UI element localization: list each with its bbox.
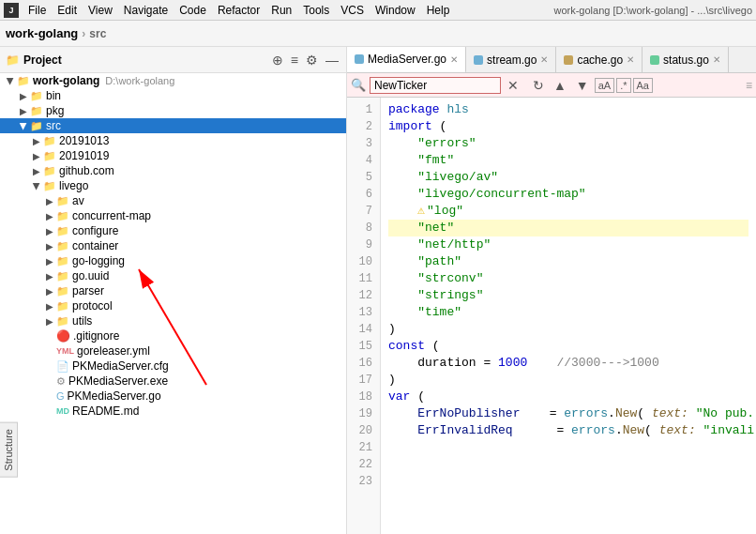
sidebar-close-btn[interactable]: — (324, 51, 340, 69)
search-case-btn[interactable]: Aa (633, 78, 653, 93)
sidebar-title: Project (23, 53, 266, 67)
tree-arrow-concurrent-map: ▶ (43, 211, 56, 221)
code-line-15: ) (388, 321, 748, 338)
menu-window[interactable]: Window (370, 2, 421, 19)
line-num-7: 7 (351, 203, 372, 220)
tab-status[interactable]: status.go ✕ (643, 47, 729, 73)
tab-stream[interactable]: stream.go ✕ (466, 47, 556, 73)
menu-edit[interactable]: Edit (52, 2, 83, 19)
tree-item-configure[interactable]: ▶ 📁 configure (0, 223, 346, 238)
tree-item-20191019[interactable]: ▶ 📁 20191019 (0, 148, 346, 163)
line-num-2: 2 (351, 118, 372, 135)
tab-close-stream[interactable]: ✕ (540, 54, 548, 65)
tree-item-parser[interactable]: ▶ 📁 parser (0, 283, 346, 298)
menu-file[interactable]: File (23, 2, 52, 19)
tree-root[interactable]: ▶ 📁 work-golang D:\work-golang (0, 73, 346, 88)
code-content[interactable]: package hls import ( "errors" "fmt" "liv… (381, 98, 756, 534)
tree-label-concurrent-map: concurrent-map (72, 209, 151, 222)
menu-navigate[interactable]: Navigate (118, 2, 174, 19)
tab-label-mediaserver: MediaServer.go (368, 53, 446, 66)
tree-item-utils[interactable]: ▶ 📁 utils (0, 313, 346, 328)
tree-item-pkmediaserver-cfg[interactable]: 📄 PKMediaServer.cfg (0, 359, 346, 374)
menu-view[interactable]: View (83, 2, 118, 19)
search-word-btn[interactable]: aA (595, 78, 614, 93)
tab-close-cache[interactable]: ✕ (627, 54, 634, 65)
code-line-12: "strconv" (388, 270, 748, 287)
tree-item-protocol[interactable]: ▶ 📁 protocol (0, 298, 346, 313)
folder-icon-protocol: 📁 (56, 300, 69, 313)
line-num-1: 1 (351, 101, 372, 118)
line-num-23: 23 (351, 473, 372, 490)
tree-label-20191013: 20191013 (59, 134, 109, 147)
search-regex-btn[interactable]: .* (616, 78, 630, 93)
code-line-8: ⚠"log" (388, 203, 748, 220)
exe-icon: ⚙ (56, 375, 66, 388)
tree-item-concurrent-map[interactable]: ▶ 📁 concurrent-map (0, 208, 346, 223)
tree-item-container[interactable]: ▶ 📁 container (0, 238, 346, 253)
editor-wrapper: 1 2 3 4 5 6 7 8 9 10 11 12 13 14 15 16 1 (347, 98, 756, 534)
tab-icon-mediaserver (355, 54, 364, 64)
menu-vcs[interactable]: VCS (335, 2, 370, 19)
line-num-9: 9 (351, 236, 372, 253)
line-num-18: 18 (351, 389, 372, 405)
tree-item-readme[interactable]: MD README.md (0, 404, 346, 419)
tree-item-github[interactable]: ▶ 📁 github.com (0, 163, 346, 178)
line-numbers: 1 2 3 4 5 6 7 8 9 10 11 12 13 14 15 16 1 (347, 98, 381, 534)
menu-refactor[interactable]: Refactor (212, 2, 265, 19)
tab-mediaserver[interactable]: MediaServer.go ✕ (347, 47, 466, 73)
search-close-btn[interactable]: ✕ (505, 77, 522, 94)
tree-item-bin[interactable]: ▶ 📁 bin (0, 88, 346, 103)
tree-item-gitignore[interactable]: 🔴 .gitignore (0, 328, 346, 343)
tree-item-20191013[interactable]: ▶ 📁 20191013 (0, 133, 346, 148)
file-tree: ▶ 📁 work-golang D:\work-golang ▶ 📁 bin ▶… (0, 73, 346, 534)
folder-icon-pkg: 📁 (30, 105, 43, 117)
search-replace-btn[interactable]: ↻ (529, 77, 548, 94)
menubar: J File Edit View Navigate Code Refactor … (0, 0, 756, 21)
folder-icon-livego: 📁 (43, 180, 56, 192)
sidebar-add-btn[interactable]: ⊕ (270, 51, 285, 69)
line-num-3: 3 (351, 135, 372, 152)
tree-item-pkmediaserver-go[interactable]: G PKMediaServer.go (0, 389, 346, 404)
tab-cache[interactable]: cache.go ✕ (556, 47, 643, 73)
line-num-17: 17 (351, 372, 372, 389)
sidebar-settings-btn[interactable]: ⚙ (304, 51, 320, 69)
menu-tools[interactable]: Tools (297, 2, 335, 19)
tree-item-pkmediaserver-exe[interactable]: ⚙ PKMediaServer.exe (0, 374, 346, 389)
tree-label-src: src (46, 119, 61, 132)
folder-icon-parser: 📁 (56, 285, 69, 298)
code-editor[interactable]: 1 2 3 4 5 6 7 8 9 10 11 12 13 14 15 16 1 (347, 98, 756, 534)
code-line-7: "livego/concurrent-map" (388, 186, 748, 203)
search-prev-btn[interactable]: ▲ (550, 77, 570, 94)
code-line-13: "strings" (388, 287, 748, 304)
tree-arrow-root: ▶ (6, 74, 16, 87)
line-num-8: 8 (351, 220, 372, 236)
tree-item-pkg[interactable]: ▶ 📁 pkg (0, 103, 346, 118)
tree-item-src[interactable]: ▶ 📁 src (0, 118, 346, 133)
tree-item-livego[interactable]: ▶ 📁 livego (0, 178, 346, 193)
search-input[interactable] (370, 77, 501, 94)
git-icon: 🔴 (56, 329, 70, 343)
line-num-22: 22 (351, 456, 372, 473)
tree-label-gitignore: .gitignore (73, 329, 119, 343)
tab-label-cache: cache.go (577, 53, 623, 67)
tree-item-goreleaser[interactable]: YML goreleaser.yml (0, 343, 346, 359)
tree-item-av[interactable]: ▶ 📁 av (0, 193, 346, 208)
code-line-4: "errors" (388, 135, 748, 152)
tree-arrow-20191019: ▶ (30, 151, 43, 161)
menu-help[interactable]: Help (421, 2, 456, 19)
code-line-1: package hls (388, 101, 748, 118)
folder-icon-20191019: 📁 (43, 150, 56, 162)
tab-close-status[interactable]: ✕ (713, 54, 720, 65)
folder-icon-root: 📁 (17, 75, 30, 87)
window-title: work-golang [D:\work-golang] - ...\src\l… (553, 5, 752, 16)
app-logo: J (4, 3, 19, 18)
sidebar-collapse-btn[interactable]: ≡ (289, 51, 300, 69)
line-num-13: 13 (351, 304, 372, 321)
tree-item-go-logging[interactable]: ▶ 📁 go-logging (0, 253, 346, 268)
search-next-btn[interactable]: ▼ (572, 77, 593, 94)
tree-item-go-uuid[interactable]: ▶ 📁 go.uuid (0, 268, 346, 283)
menu-code[interactable]: Code (174, 2, 212, 19)
structure-tab[interactable]: Structure (0, 422, 18, 478)
tab-close-mediaserver[interactable]: ✕ (450, 54, 458, 65)
menu-run[interactable]: Run (265, 2, 297, 19)
